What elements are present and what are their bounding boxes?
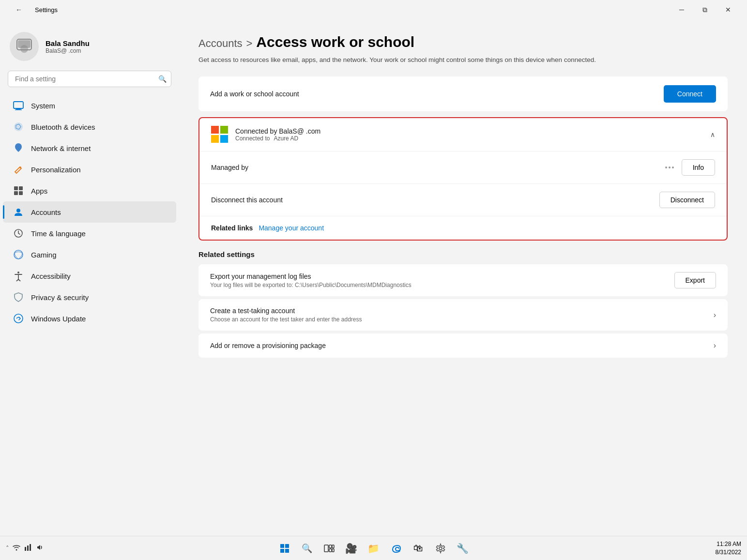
taskbar-files[interactable]: 📁 — [364, 539, 383, 558]
sidebar-item-label-accounts: Accounts — [31, 208, 61, 216]
info-button[interactable]: Info — [682, 159, 715, 176]
add-account-card: Add a work or school account Connect — [198, 76, 728, 111]
related-settings-title: Related settings — [198, 250, 728, 258]
connected-account-email: Connected by BalaS@ .com — [235, 127, 320, 135]
connected-account-header: Connected by BalaS@ .com Connected to Az… — [199, 118, 727, 151]
taskbar-devtool[interactable]: 🔧 — [453, 539, 473, 558]
sidebar-item-label-accessibility: Accessibility — [31, 272, 71, 280]
provisioning-row[interactable]: Add or remove a provisioning package › — [198, 333, 728, 358]
svg-point-32 — [439, 547, 442, 550]
connect-button[interactable]: Connect — [664, 85, 716, 103]
sidebar-item-accounts[interactable]: Accounts — [3, 201, 176, 223]
search-input[interactable] — [8, 71, 171, 87]
tray-network — [24, 543, 32, 553]
disconnect-label: Disconnect this account — [211, 196, 283, 204]
svg-rect-20 — [25, 547, 26, 551]
network-icon — [13, 142, 24, 154]
taskbar-edge[interactable] — [386, 539, 406, 558]
taskbar-teams[interactable]: 🎥 — [342, 539, 361, 558]
disconnect-button[interactable]: Disconnect — [659, 192, 715, 208]
apps-icon — [13, 185, 24, 197]
managed-by-row: Managed by Info — [199, 151, 727, 184]
tray-arrow[interactable]: ˄ — [6, 545, 9, 552]
taskbar-taskview[interactable] — [320, 539, 339, 558]
clock-time: 11:28 AM — [717, 540, 741, 548]
breadcrumb-chevron: > — [246, 37, 253, 50]
sidebar-item-gaming[interactable]: Gaming — [3, 244, 176, 265]
clock-date: 8/31/2022 — [716, 548, 741, 557]
dot-3 — [672, 166, 674, 168]
sidebar-item-apps[interactable]: Apps — [3, 180, 176, 201]
sidebar-item-time[interactable]: Time & language — [3, 223, 176, 244]
export-logs-title: Export your management log files — [210, 272, 412, 280]
disconnect-row: Disconnect this account Disconnect — [199, 184, 727, 216]
accounts-icon — [13, 206, 24, 218]
managed-by-label: Managed by — [211, 164, 248, 171]
sidebar-item-bluetooth[interactable]: ⭔ Bluetooth & devices — [3, 116, 176, 137]
svg-rect-5 — [16, 108, 21, 109]
connected-info: Connected by BalaS@ .com Connected to Az… — [235, 127, 320, 142]
minimize-button[interactable]: ─ — [671, 2, 693, 17]
main-container: Bala Sandhu BalaS@ .com 🔍 System ⭔ Bluet… — [0, 19, 747, 536]
svg-rect-23 — [280, 544, 284, 548]
sidebar-item-label-bluetooth: Bluetooth & devices — [31, 123, 95, 131]
profile-section: Bala Sandhu BalaS@ .com — [0, 24, 179, 71]
update-icon — [13, 313, 24, 324]
taskbar-store[interactable]: 🛍 — [409, 539, 428, 558]
sidebar-item-label-personalization: Personalization — [31, 166, 81, 174]
sidebar-item-label-gaming: Gaming — [31, 251, 57, 259]
taskbar-right: 11:28 AM 8/31/2022 — [716, 540, 741, 557]
connected-sub-info: Connected to Azure AD — [235, 135, 320, 142]
manage-account-link[interactable]: Manage your account — [259, 224, 324, 232]
svg-point-14 — [16, 209, 20, 212]
export-button[interactable]: Export — [674, 272, 716, 288]
ms-logo-green — [220, 126, 228, 134]
managed-by-dots — [665, 166, 674, 168]
time-icon — [13, 227, 24, 239]
sidebar-item-personalization[interactable]: Personalization — [3, 159, 176, 180]
taskbar-settings[interactable] — [431, 539, 450, 558]
svg-rect-21 — [27, 545, 29, 551]
add-account-label: Add a work or school account — [210, 90, 299, 98]
sidebar-item-label-privacy: Privacy & security — [31, 293, 89, 302]
privacy-icon — [13, 291, 24, 303]
profile-name: Bala Sandhu — [46, 39, 90, 47]
content-area: Accounts > Access work or school Get acc… — [179, 19, 747, 536]
taskbar-center: 🔍 🎥 📁 🛍 🔧 — [275, 539, 473, 558]
tray-wifi — [12, 543, 21, 553]
svg-rect-13 — [19, 191, 23, 195]
svg-text:⭔: ⭔ — [15, 123, 21, 131]
breadcrumb-parent[interactable]: Accounts — [198, 37, 243, 50]
svg-rect-4 — [14, 102, 23, 108]
sidebar-item-system[interactable]: System — [3, 95, 176, 116]
accessibility-icon — [13, 270, 24, 282]
personalization-icon — [13, 164, 24, 175]
system-icon — [13, 100, 24, 111]
export-logs-desc: Your log files will be exported to: C:\U… — [210, 282, 412, 288]
dot-2 — [669, 166, 671, 168]
maximize-button[interactable]: ⧉ — [694, 2, 716, 17]
taskbar-search[interactable]: 🔍 — [297, 539, 317, 558]
start-button[interactable] — [275, 539, 294, 558]
test-taking-row[interactable]: Create a test-taking account Choose an a… — [198, 299, 728, 331]
titlebar-title: Settings — [35, 6, 58, 14]
svg-rect-11 — [19, 186, 23, 190]
dot-1 — [665, 166, 667, 168]
sidebar-item-privacy[interactable]: Privacy & security — [3, 287, 176, 308]
back-button[interactable]: ← — [8, 2, 30, 17]
svg-rect-28 — [329, 545, 332, 548]
sidebar-item-update[interactable]: Windows Update — [3, 308, 176, 329]
sidebar-item-accessibility[interactable]: Accessibility — [3, 265, 176, 287]
sidebar-item-label-system: System — [31, 102, 55, 110]
svg-rect-27 — [324, 545, 328, 552]
profile-email: BalaS@ .com — [46, 47, 90, 54]
related-links-row: Related links Manage your account — [199, 216, 727, 240]
sidebar-item-label-apps: Apps — [31, 187, 47, 195]
export-logs-row: Export your management log files Your lo… — [198, 264, 728, 296]
sidebar-item-network[interactable]: Network & internet — [3, 137, 176, 159]
gaming-icon — [13, 249, 24, 260]
export-logs-info: Export your management log files Your lo… — [210, 272, 412, 288]
collapse-icon[interactable]: ∧ — [710, 131, 715, 138]
svg-rect-29 — [329, 549, 332, 552]
close-button[interactable]: ✕ — [717, 2, 739, 17]
